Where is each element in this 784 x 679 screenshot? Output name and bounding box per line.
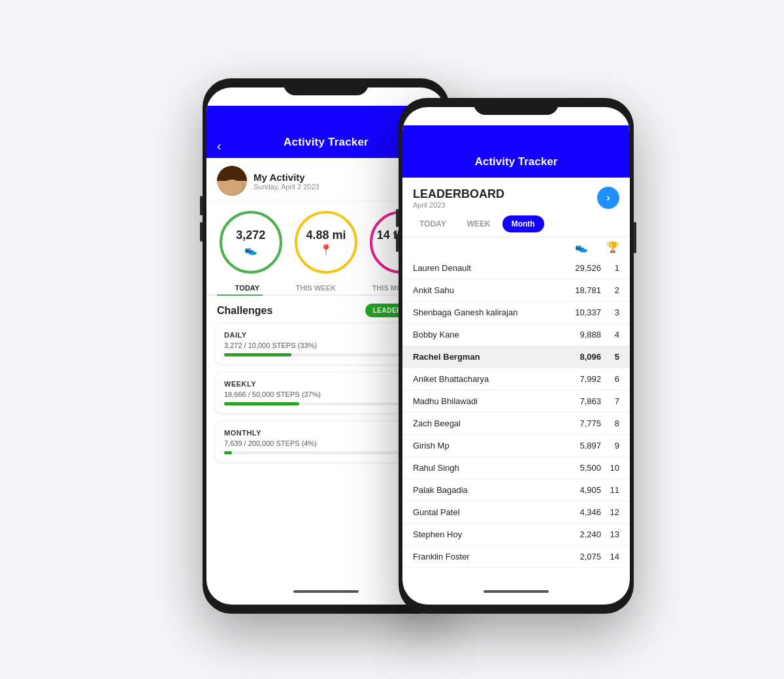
lb-row-7: Madhu Bhilawadi 7,863 7: [402, 390, 630, 413]
wifi-icon-2: ▲: [586, 114, 593, 122]
lb-rank-12: 12: [601, 507, 619, 517]
lb-name-14: Franklin Foster: [413, 552, 563, 561]
lb-rank-14: 14: [601, 552, 619, 561]
lb-name-3: Shenbaga Ganesh kalirajan: [413, 308, 563, 317]
lb-row-1: Lauren Denault 29,526 1: [402, 257, 630, 279]
scene: 7:47 ▲ ●●● ▮ ‹ Activity Tracker M: [98, 46, 686, 633]
lb-steps-2: 18,781: [563, 285, 601, 295]
monthly-progress-bg: [224, 451, 428, 454]
lb-rank-1: 1: [601, 263, 619, 273]
lb-rank-5: 5: [601, 352, 619, 362]
vol-down-button-2[interactable]: [396, 234, 399, 252]
distance-circle: 4.88 mi 📍: [295, 211, 357, 274]
lb-name-10: Rahul Singh: [413, 463, 563, 473]
activity-info: My Activity Sunday, April 2 2023: [253, 172, 408, 191]
steps-value: 3,272: [236, 229, 265, 242]
tab-this-week[interactable]: THIS WEEK: [296, 284, 336, 292]
lb-rank-9: 9: [601, 441, 619, 450]
lb-steps-4: 9,888: [563, 330, 601, 340]
lb-tab-today[interactable]: TODAY: [410, 215, 455, 232]
power-button-2[interactable]: [634, 222, 636, 253]
monthly-type: MONTHLY: [224, 429, 428, 437]
time-display-1: 7:47: [221, 94, 237, 103]
lb-name-1: Lauren Denault: [413, 263, 563, 273]
phone-2-screen: 7:47 ▲ ●●● ▮ Activity Tracker LEADERBOAR…: [402, 107, 630, 605]
lb-tab-week[interactable]: WEEK: [458, 215, 500, 232]
lb-steps-14: 2,075: [563, 552, 601, 561]
status-icons-2: ▲ ●●● ▮: [586, 114, 615, 123]
vol-up-button-2[interactable]: [396, 209, 399, 227]
lb-steps-6: 7,992: [563, 374, 601, 384]
lb-title-row: LEADERBOARD April 2023 ›: [402, 178, 630, 212]
vol-up-button[interactable]: [200, 196, 203, 215]
battery-icon-2: ▮: [612, 114, 615, 123]
daily-progress-text: 3,272 / 10,000 STEPS (33%): [224, 341, 428, 349]
lb-steps-1: 29,526: [563, 263, 601, 273]
lb-row-4: Bobby Kane 9,888 4: [402, 324, 630, 346]
lb-steps-11: 4,905: [563, 485, 601, 495]
lb-steps-9: 5,897: [563, 441, 601, 450]
weekly-progress-text: 18,666 / 50,000 STEPS (37%): [224, 390, 428, 398]
lb-name-13: Stephen Hoy: [413, 529, 563, 539]
lb-app-title: Activity Tracker: [413, 155, 619, 168]
lb-name-9: Girish Mp: [413, 441, 563, 450]
lb-row-11: Palak Bagadia 4,905 11: [402, 479, 630, 501]
lb-row-10: Rahul Singh 5,500 10: [402, 457, 630, 479]
activity-date: Sunday, April 2 2023: [253, 183, 408, 191]
lb-rank-2: 2: [601, 285, 619, 295]
lb-rank-4: 4: [601, 330, 619, 340]
lb-title-block: LEADERBOARD April 2023: [413, 187, 504, 209]
lb-tabs: TODAY WEEK Month: [402, 212, 630, 237]
lb-name-4: Bobby Kane: [413, 330, 563, 340]
lb-steps-13: 2,240: [563, 529, 601, 539]
steps-col-icon: 👟: [575, 241, 588, 253]
daily-progress-fill: [224, 353, 291, 356]
notch: [284, 78, 368, 95]
lb-name-7: Madhu Bhilawadi: [413, 396, 563, 406]
back-button[interactable]: ‹: [217, 138, 221, 153]
lb-row-3: Shenbaga Ganesh kalirajan 10,337 3: [402, 302, 630, 324]
daily-challenge-bottom: #8 / 11: [224, 353, 428, 356]
daily-progress-bg: [224, 353, 428, 356]
lb-rank-10: 10: [601, 463, 619, 473]
notch-2: [474, 98, 559, 115]
lb-rank-3: 3: [601, 308, 619, 317]
lb-tab-month[interactable]: Month: [502, 215, 544, 232]
trophy-col-icon: 🏆: [606, 241, 619, 253]
lb-rows-container: Lauren Denault 29,526 1 Ankit Sahu 18,78…: [402, 257, 630, 568]
lb-row-9: Girish Mp 5,897 9: [402, 435, 630, 457]
lb-next-button[interactable]: ›: [597, 187, 619, 209]
lb-row-12: Guntal Patel 4,346 12: [402, 501, 630, 524]
lb-rank-11: 11: [601, 485, 619, 495]
weekly-progress-fill: [224, 402, 299, 405]
activity-title: My Activity: [253, 172, 408, 183]
home-indicator-2: [483, 590, 549, 593]
lb-steps-10: 5,500: [563, 463, 601, 473]
weekly-progress-bg: [224, 402, 428, 405]
distance-value: 4.88 mi: [306, 229, 346, 242]
steps-circle: 3,272 👟: [220, 211, 282, 274]
tab-today[interactable]: TODAY: [235, 284, 259, 292]
home-indicator-1: [293, 590, 359, 593]
lb-row-8: Zach Beegal 7,775 8: [402, 413, 630, 435]
phone-2: 7:47 ▲ ●●● ▮ Activity Tracker LEADERBOAR…: [399, 98, 634, 614]
lb-name-12: Guntal Patel: [413, 507, 563, 517]
lb-rank-13: 13: [601, 529, 619, 539]
lb-rank-8: 8: [601, 418, 619, 428]
lb-steps-12: 4,346: [563, 507, 601, 517]
lb-row-6: Aniket Bhattacharya 7,992 6: [402, 368, 630, 390]
lb-app-header: Activity Tracker: [402, 125, 630, 178]
lb-rank-7: 7: [601, 396, 619, 406]
challenges-title: Challenges: [217, 305, 272, 317]
steps-icon: 👟: [244, 244, 257, 256]
lb-name-6: Aniket Bhattacharya: [413, 374, 563, 384]
lb-name-5: Rachel Bergman: [413, 352, 563, 362]
time-display-2: 7:47: [417, 114, 433, 123]
lb-name-11: Palak Bagadia: [413, 485, 563, 495]
lb-name-8: Zach Beegal: [413, 418, 563, 428]
lb-row-2: Ankit Sahu 18,781 2: [402, 279, 630, 302]
vol-down-button[interactable]: [200, 222, 203, 242]
weekly-challenge-bottom: #9 / 27: [224, 402, 428, 405]
lb-steps-3: 10,337: [563, 308, 601, 317]
lb-row-13: Stephen Hoy 2,240 13: [402, 524, 630, 546]
